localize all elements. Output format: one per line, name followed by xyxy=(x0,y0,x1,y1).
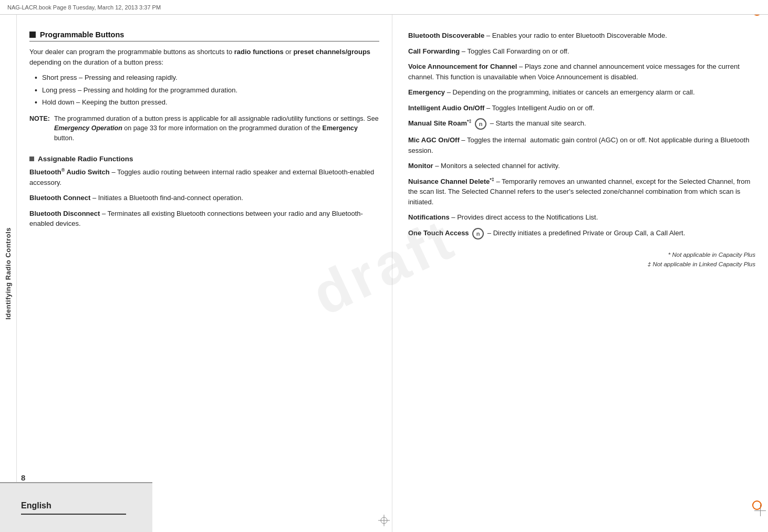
right-column: Bluetooth Discoverable – Enables your ra… xyxy=(392,15,768,532)
bold-radio-functions: radio functions xyxy=(234,48,284,56)
func-bt-connect: Bluetooth Connect – Initiates a Bluetoot… xyxy=(29,193,379,203)
func-bt-disconnect: Bluetooth Disconnect – Terminates all ex… xyxy=(29,208,379,229)
left-column: Programmable Buttons Your dealer can pro… xyxy=(17,15,392,532)
section-heading-text: Programmable Buttons xyxy=(40,30,124,39)
sub-heading-assignable: Assignable Radio Functions xyxy=(29,155,379,163)
section-heading-programmable-buttons: Programmable Buttons xyxy=(29,30,379,41)
func-name-intelligent-audio: Intelligent Audio On/Off xyxy=(408,104,484,112)
func-bt-discoverable: Bluetooth Discoverable – Enables your ra… xyxy=(408,30,755,41)
manual-site-roam-icon: n xyxy=(475,118,486,130)
footer-notes: * Not applicable in Capacity Plus ‡ Not … xyxy=(408,250,755,269)
func-notifications: Notifications – Provides direct access t… xyxy=(408,212,755,223)
func-emergency: Emergency – Depending on the programming… xyxy=(408,87,755,98)
bullet-item-short-press: Short press – Pressing and releasing rap… xyxy=(35,72,379,83)
func-name-manual-site-roam: Manual Site Roam*‡ xyxy=(408,119,471,127)
note-em-emergency-operation: Emergency Operation xyxy=(54,124,122,132)
content-area: Programmable Buttons Your dealer can pro… xyxy=(17,15,768,532)
note-bold-emergency: Emergency xyxy=(323,124,358,132)
left-sidebar: Identifying Radio Controls xyxy=(0,15,17,532)
one-touch-access-icon: n xyxy=(472,228,484,239)
bullet-item-hold-down: Hold down – Keeping the button pressed. xyxy=(35,97,379,108)
bold-preset-channels: preset channels/groups xyxy=(293,48,370,56)
section-heading-square xyxy=(29,32,36,38)
func-call-forwarding: Call Forwarding – Toggles Call Forwardin… xyxy=(408,46,755,57)
func-name-notifications: Notifications xyxy=(408,213,450,221)
func-name-one-touch-access: One Touch Access xyxy=(408,229,469,237)
func-monitor: Monitor – Monitors a selected channel fo… xyxy=(408,161,755,171)
func-name-bt-connect: Bluetooth Connect xyxy=(29,194,90,202)
func-name-emergency: Emergency xyxy=(408,88,445,96)
func-name-mic-agc: Mic AGC On/Off xyxy=(408,136,460,144)
func-name-monitor: Monitor xyxy=(408,162,433,170)
func-manual-site-roam: Manual Site Roam*‡ n – Starts the manual… xyxy=(408,118,755,130)
func-name-bt-discoverable: Bluetooth Discoverable xyxy=(408,32,484,39)
func-nuisance-channel: Nuisance Channel Delete*‡ – Temporarily … xyxy=(408,176,755,207)
func-name-bt-disconnect: Bluetooth Disconnect xyxy=(29,210,100,217)
func-intelligent-audio: Intelligent Audio On/Off – Toggles Intel… xyxy=(408,103,755,113)
sidebar-label: Identifying Radio Controls xyxy=(4,227,12,320)
func-name-nuisance-channel: Nuisance Channel Delete*‡ xyxy=(408,178,494,185)
intro-paragraph: Your dealer can program the programmable… xyxy=(29,47,379,67)
bullet-item-long-press: Long press – Pressing and holding for th… xyxy=(35,85,379,96)
note-block: NOTE: The programmed duration of a butto… xyxy=(29,114,379,143)
footer-note-2: ‡ Not applicable in Linked Capacity Plus xyxy=(408,259,755,269)
footer-note-1: * Not applicable in Capacity Plus xyxy=(408,250,755,259)
func-name-call-forwarding: Call Forwarding xyxy=(408,47,460,55)
func-one-touch-access: One Touch Access n – Directly initiates … xyxy=(408,228,755,239)
func-name-bt-audio: Bluetooth® Audio Switch xyxy=(29,168,110,176)
sub-heading-text: Assignable Radio Functions xyxy=(38,155,133,163)
func-bt-audio: Bluetooth® Audio Switch – Toggles audio … xyxy=(29,167,379,187)
func-voice-announcement: Voice Announcement for Channel – Plays z… xyxy=(408,61,755,82)
note-label: NOTE: xyxy=(29,114,50,143)
func-name-voice-announcement: Voice Announcement for Channel xyxy=(408,62,517,70)
sub-heading-square xyxy=(29,157,34,161)
note-text: The programmed duration of a button pres… xyxy=(54,114,379,143)
bottom-center-reg-mark xyxy=(378,515,390,528)
file-info: NAG-LACR.book Page 8 Tuesday, March 12, … xyxy=(7,4,161,11)
header-bar: NAG-LACR.book Page 8 Tuesday, March 12, … xyxy=(0,0,768,15)
func-mic-agc: Mic AGC On/Off – Toggles the internal au… xyxy=(408,135,755,155)
bullet-list: Short press – Pressing and releasing rap… xyxy=(35,72,379,108)
